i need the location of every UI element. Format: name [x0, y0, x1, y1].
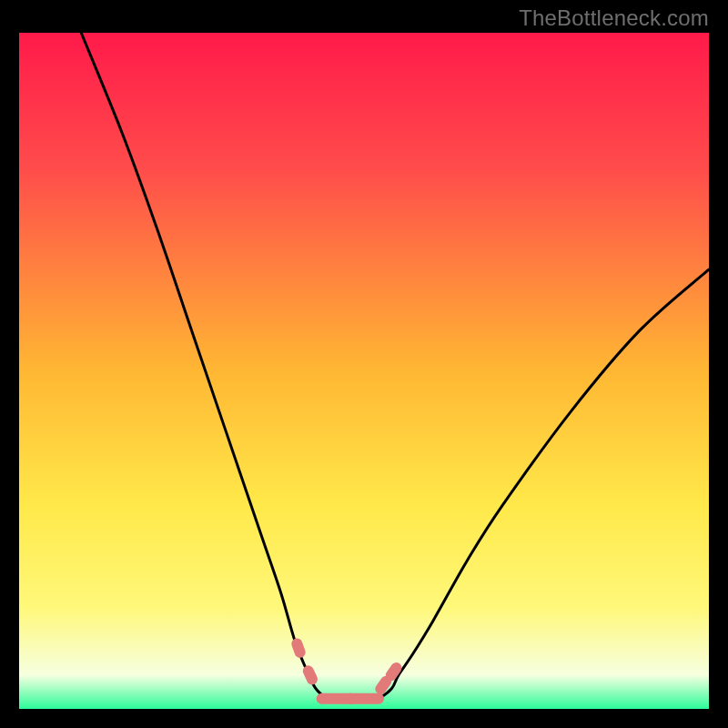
chart-frame: TheBottleneck.com: [0, 0, 728, 728]
curve-right-curve: [338, 269, 709, 701]
marker-point: [301, 663, 319, 686]
plot-area: [19, 33, 709, 709]
watermark-text: TheBottleneck.com: [519, 5, 709, 31]
marker-point: [344, 693, 384, 704]
curve-left-curve: [81, 33, 338, 701]
marker-point: [290, 637, 308, 660]
curve-svg: [19, 33, 709, 709]
